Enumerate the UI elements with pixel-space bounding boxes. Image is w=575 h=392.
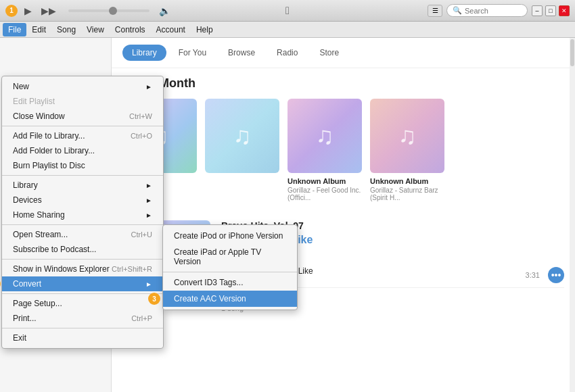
window-controls: – □ ✕	[532, 5, 570, 16]
menu-file-add-folder[interactable]: Add Folder to Library...	[2, 143, 163, 158]
convert-ipod-iphone[interactable]: Create iPod or iPhone Version	[163, 228, 297, 244]
scrollbar-thumb[interactable]	[570, 39, 574, 66]
album-subtitle-4: Gorillaz - Saturnz Barz (Spirit H...	[370, 187, 444, 201]
more-button[interactable]: •••	[548, 267, 564, 283]
album-art-3: ♫	[288, 99, 362, 173]
tab-store[interactable]: Store	[310, 45, 348, 61]
menu-item-song[interactable]: Song	[51, 23, 81, 36]
menu-file-convert[interactable]: Convert ► 2	[2, 276, 163, 291]
top-nav: Library For You Browse Radio Store	[112, 38, 575, 68]
arrow-icon-5: ►	[145, 280, 152, 288]
convert-id3-tags[interactable]: Convert ID3 Tags...	[163, 274, 297, 291]
scrollbar[interactable]	[570, 38, 575, 392]
menu-file-devices[interactable]: Devices ►	[2, 193, 163, 207]
menu-bar: File Edit Song View Controls Account Hel…	[0, 22, 575, 38]
menu-file-print[interactable]: Print... Ctrl+P	[2, 311, 163, 326]
music-note-icon-2: ♫	[233, 122, 252, 150]
file-menu: New ► Edit Playlist Close Window Ctrl+W …	[1, 76, 164, 349]
menu-file-close-window[interactable]: Close Window Ctrl+W	[2, 109, 163, 124]
title-bar: 1 ▶ ▶▶ 🔈  ☰ 🔍 – □ ✕	[0, 0, 575, 22]
apple-logo: 	[285, 5, 290, 16]
menu-file-exit[interactable]: Exit	[2, 330, 163, 345]
divider-5	[2, 293, 163, 294]
search-icon: 🔍	[453, 6, 462, 15]
tab-radio[interactable]: Radio	[267, 45, 307, 61]
progress-thumb[interactable]	[109, 7, 117, 15]
menu-file-new[interactable]: New ►	[2, 79, 163, 94]
album-title-4: Unknown Album	[370, 177, 444, 185]
convert-aac-version[interactable]: Create AAC Version 3	[163, 291, 297, 307]
menu-file-subscribe-podcast[interactable]: Subscribe to Podcast...	[2, 242, 163, 257]
convert-divider	[163, 272, 297, 272]
convert-submenu: Create iPod or iPhone Version Create iPa…	[162, 224, 298, 310]
tab-browse[interactable]: Browse	[218, 45, 264, 61]
tab-library[interactable]: Library	[122, 45, 166, 61]
arrow-icon: ►	[145, 83, 152, 91]
music-note-icon-4: ♫	[398, 122, 417, 150]
album-subtitle-3: Gorillaz - Feel Good Inc. (Offici...	[288, 187, 362, 201]
album-grid: ♫ ♫ ♫ Unknown Album Gorillaz - Feel Good…	[122, 99, 564, 201]
menu-item-view[interactable]: View	[81, 23, 110, 36]
album-card-3[interactable]: ♫ Unknown Album Gorillaz - Feel Good Inc…	[288, 99, 362, 201]
menu-file-open-stream[interactable]: Open Stream... Ctrl+U	[2, 227, 163, 242]
menu-item-file[interactable]: File	[3, 23, 26, 36]
search-input[interactable]	[465, 7, 526, 15]
minimize-button[interactable]: –	[532, 5, 543, 16]
album-art-4: ♫	[370, 99, 444, 173]
track-duration: 3:31	[526, 271, 540, 279]
volume-button[interactable]: 🔈	[159, 5, 170, 16]
next-button[interactable]: ▶▶	[39, 4, 59, 18]
title-bar-center: 	[285, 5, 290, 17]
menu-file-edit-playlist: Edit Playlist	[2, 94, 163, 109]
progress-bar[interactable]	[68, 9, 150, 12]
title-bar-left: 1 ▶ ▶▶ 🔈	[5, 4, 170, 18]
arrow-icon-4: ►	[145, 212, 152, 219]
arrow-icon-2: ►	[145, 182, 152, 189]
album-card-2[interactable]: ♫	[205, 99, 279, 201]
divider-1	[2, 126, 163, 126]
divider-4	[2, 259, 163, 260]
album-section: of the Month ♫ ♫ ♫ U	[112, 68, 575, 220]
album-title-3: Unknown Album	[288, 177, 362, 185]
menu-item-controls[interactable]: Controls	[110, 23, 151, 36]
album-art-2: ♫	[205, 99, 279, 173]
menu-file-burn-playlist[interactable]: Burn Playlist to Disc	[2, 158, 163, 173]
menu-button[interactable]: ☰	[428, 5, 442, 17]
step-badge-3: 3	[148, 293, 160, 305]
play-button[interactable]: ▶	[22, 4, 34, 18]
menu-item-help[interactable]: Help	[191, 23, 218, 36]
section-title: of the Month	[122, 76, 564, 91]
menu-file-show-explorer[interactable]: Show in Windows Explorer Ctrl+Shift+R	[2, 262, 163, 276]
content-area: Library For You Browse Radio Store of th…	[112, 38, 575, 392]
divider-2	[2, 175, 163, 176]
close-button[interactable]: ✕	[559, 5, 570, 16]
menu-file-library[interactable]: Library ►	[2, 178, 163, 193]
arrow-icon-3: ►	[145, 197, 152, 204]
convert-ipad-appletv[interactable]: Create iPad or Apple TV Version	[163, 244, 297, 270]
title-bar-right: ☰ 🔍 – □ ✕	[428, 4, 570, 17]
menu-file-add-file[interactable]: Add File to Library... Ctrl+O	[2, 128, 163, 143]
music-note-icon-3: ♫	[316, 122, 334, 150]
menu-file-home-sharing[interactable]: Home Sharing ►	[2, 207, 163, 222]
divider-3	[2, 224, 163, 225]
menu-item-account[interactable]: Account	[151, 23, 191, 36]
step-badge-1: 1	[5, 5, 18, 17]
divider-6	[2, 328, 163, 328]
album-card-4[interactable]: ♫ Unknown Album Gorillaz - Saturnz Barz …	[370, 99, 444, 201]
search-box[interactable]: 🔍	[446, 4, 528, 17]
menu-file-page-setup[interactable]: Page Setup...	[2, 296, 163, 311]
tab-for-you[interactable]: For You	[169, 45, 216, 61]
menu-item-edit[interactable]: Edit	[26, 23, 51, 36]
maximize-button[interactable]: □	[545, 5, 556, 16]
main-content: Library For You Browse Radio Store of th…	[0, 38, 575, 392]
